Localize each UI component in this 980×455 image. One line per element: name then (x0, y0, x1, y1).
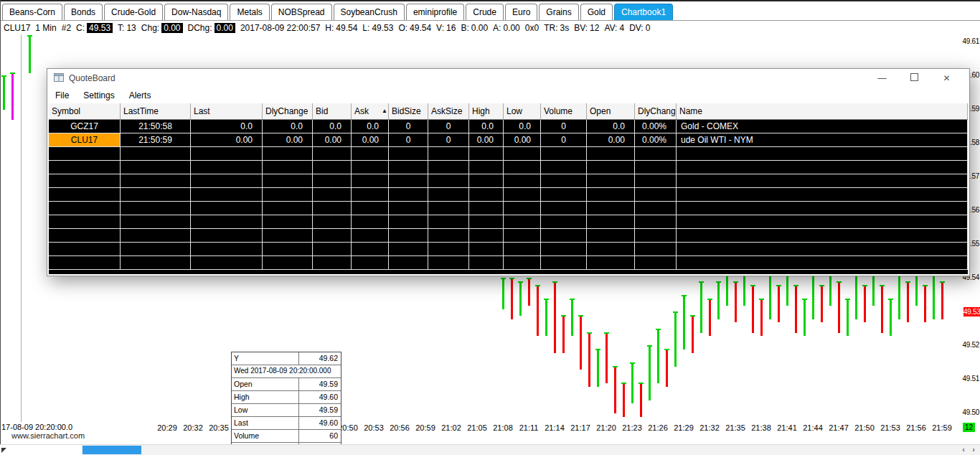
cell-volume: 0 (541, 120, 587, 133)
column-header-ask[interactable]: Ask▲ (352, 103, 389, 119)
tooltip-label: Wed 2017-08-09 20:20:00.000 (232, 365, 341, 377)
quote-row-gcz17[interactable]: GCZ1721:50:580.00.00.00.0000.00.000.00.0… (49, 120, 968, 133)
quote-row-clu17[interactable]: CLU1721:50:590.000.000.000.00000.000.000… (49, 133, 968, 147)
quote-row-empty[interactable] (49, 229, 968, 243)
menu-item-settings[interactable]: Settings (83, 90, 114, 100)
cell-ask (352, 188, 389, 202)
price-bar (649, 346, 651, 400)
sierrachart-watermark: www.sierrachart.com (11, 431, 85, 440)
tooltip-label: Last (232, 417, 298, 429)
cell-ask (352, 161, 389, 174)
quote-row-empty[interactable] (49, 188, 968, 202)
horizontal-scrollbar[interactable]: ‹ › (0, 444, 980, 455)
bar-top-tick (880, 285, 885, 286)
price-bar (588, 333, 590, 387)
time-axis-label: 21:38 (751, 423, 771, 432)
quote-row-empty[interactable] (49, 174, 968, 188)
scroll-left-icon[interactable]: ‹ (958, 445, 969, 455)
quoteboard-titlebar[interactable]: QuoteBoard — ✕ (47, 69, 969, 88)
bar-top-tick (595, 349, 600, 350)
tab-bonds[interactable]: Bonds (64, 4, 103, 20)
scrollbar-thumb[interactable] (83, 446, 141, 454)
tab-gold[interactable]: Gold (580, 4, 613, 20)
column-header-label: Ask (354, 106, 369, 116)
column-header-symbol[interactable]: Symbol (49, 103, 121, 119)
cell-open (587, 256, 635, 270)
price-bar (666, 350, 668, 387)
cell-bid (313, 202, 352, 215)
tab-grains[interactable]: Grains (539, 4, 578, 20)
cell-last (191, 174, 263, 188)
cell-name (677, 147, 968, 161)
cell-dlychange (263, 229, 313, 243)
quote-row-empty[interactable] (49, 202, 968, 215)
column-header-bid[interactable]: Bid (313, 103, 352, 119)
column-header-asksize[interactable]: AskSize (428, 103, 469, 119)
cell-high (469, 174, 504, 188)
cell-name (677, 256, 968, 270)
bar-top-tick (793, 285, 798, 286)
quote-row-empty[interactable] (49, 147, 968, 161)
window-left-edge (0, 0, 1, 444)
price-bar (829, 276, 831, 306)
column-header-volume[interactable]: Volume (541, 103, 587, 119)
tab-nobspread[interactable]: NOBSpread (271, 4, 332, 20)
cell-ask (352, 256, 389, 270)
cell-lasttime (121, 256, 191, 270)
scroll-right-icon[interactable]: › (969, 445, 979, 455)
tooltip-value: 60 (298, 430, 341, 442)
quote-row-empty[interactable] (49, 215, 968, 229)
cell-dlychange (263, 147, 313, 161)
price-bar (657, 329, 659, 383)
bar-top-tick (656, 329, 661, 330)
price-bar (821, 286, 823, 323)
tab-euro[interactable]: Euro (505, 4, 537, 20)
column-header-name[interactable]: Name (677, 103, 968, 119)
price-bar (804, 299, 806, 337)
quote-row-empty[interactable] (49, 161, 968, 174)
tab-soybeancrush[interactable]: SoybeanCrush (334, 4, 405, 20)
status-field-dv: DV:0 (629, 23, 650, 33)
column-header-lasttime[interactable]: LastTime (121, 103, 191, 119)
column-header-last[interactable]: Last (191, 103, 263, 119)
time-axis-label: 21:41 (777, 423, 797, 432)
cell-asksize (428, 229, 469, 243)
tab-metals[interactable]: Metals (230, 4, 269, 20)
tab-eminiprofile[interactable]: eminiprofile (406, 4, 464, 20)
column-header-high[interactable]: High (469, 103, 504, 119)
column-header-open[interactable]: Open (587, 103, 635, 119)
minimize-icon[interactable]: — (866, 73, 898, 83)
column-header-label: Bid (316, 106, 328, 116)
tab-crude-gold[interactable]: Crude-Gold (104, 4, 163, 20)
column-header-dlychange[interactable]: DlyChange (635, 103, 677, 119)
cell-asksize: 0 (428, 120, 469, 133)
time-axis-label: 21:50 (854, 423, 875, 432)
time-axis-label: 21:17 (570, 423, 590, 432)
tab-dow-nasdaq[interactable]: Dow-Nasdaq (164, 4, 228, 20)
cell-bid (313, 229, 352, 243)
price-bar (855, 276, 857, 319)
quoteboard-window[interactable]: QuoteBoard — ✕ FileSettingsAlerts Symbol… (47, 68, 970, 276)
cell-asksize (428, 188, 469, 202)
tab-chartbook1[interactable]: Chartbook1 (614, 4, 673, 20)
column-header-low[interactable]: Low (504, 103, 541, 119)
close-icon[interactable]: ✕ (930, 73, 963, 83)
price-axis-label: 49.52 (961, 341, 979, 349)
bar-top-tick (630, 362, 635, 364)
column-header-dlychange[interactable]: DlyChange (263, 103, 313, 119)
quote-row-empty[interactable] (49, 243, 968, 256)
tab-crude[interactable]: Crude (466, 4, 504, 20)
menu-item-file[interactable]: File (55, 90, 69, 100)
bar-top-tick (664, 349, 669, 350)
time-axis[interactable]: 20:2920:3220:3520:3820:4120:4420:4720:50… (0, 423, 980, 433)
maximize-icon[interactable] (898, 73, 930, 83)
cell-dlychange (263, 161, 313, 174)
quote-row-empty[interactable] (49, 256, 968, 270)
cell-asksize (428, 202, 469, 215)
tab-beans-corn[interactable]: Beans-Corn (2, 4, 62, 20)
menu-item-alerts[interactable]: Alerts (129, 90, 151, 100)
window-controls: — ✕ (866, 73, 963, 83)
column-header-label: Last (194, 106, 210, 116)
cell-high (469, 147, 504, 161)
column-header-bidsize[interactable]: BidSize (389, 103, 428, 119)
